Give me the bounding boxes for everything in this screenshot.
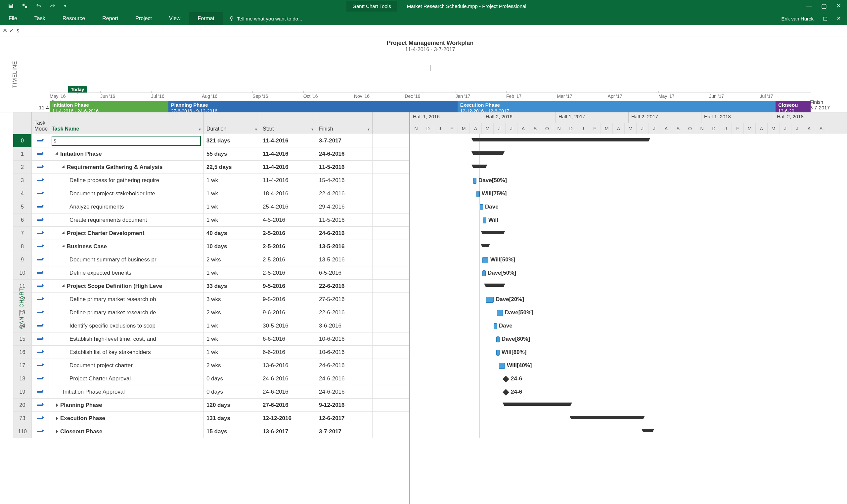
cancel-entry-icon[interactable]: ✕ (3, 27, 7, 34)
task-bar[interactable] (482, 270, 486, 276)
finish-cell[interactable]: 3-7-2017 (316, 134, 373, 147)
start-cell[interactable]: 4-5-2016 (260, 214, 316, 227)
table-row[interactable]: 2Requirements Gathering & Analysis22,5 d… (13, 161, 409, 174)
row-index[interactable]: 18 (13, 372, 32, 385)
dur-cell[interactable]: 15 days (204, 425, 260, 438)
table-row[interactable]: 8Business Case10 days2-5-201613-5-2016 (13, 240, 409, 253)
summary-bar[interactable] (643, 429, 653, 432)
row-index[interactable]: 3 (13, 174, 32, 187)
table-row[interactable]: 9Document summary of business pr2 wks2-5… (13, 253, 409, 266)
chevron-down-icon[interactable]: ▼ (44, 128, 47, 131)
redo-icon[interactable] (50, 3, 56, 9)
tab-task[interactable]: Task (26, 12, 54, 25)
dur-cell[interactable]: 1 wk (204, 266, 260, 279)
finish-cell[interactable]: 13-5-2016 (316, 240, 373, 253)
task-bar[interactable] (496, 337, 500, 342)
dur-cell[interactable]: 1 wk (204, 174, 260, 187)
chevron-down-icon[interactable]: ▼ (198, 128, 202, 131)
task-bar[interactable] (497, 310, 503, 316)
row-index[interactable]: 16 (13, 346, 32, 359)
task-name-cell[interactable]: Define primary market research de (49, 306, 204, 319)
start-cell[interactable]: 9-5-2016 (260, 280, 316, 292)
summary-bar[interactable] (473, 165, 486, 168)
task-mode-cell[interactable] (32, 187, 49, 200)
row-index[interactable]: 17 (13, 359, 32, 372)
collapse-icon[interactable] (62, 245, 66, 248)
finish-cell[interactable]: 24-6-2016 (316, 147, 373, 160)
row-index[interactable]: 73 (13, 412, 32, 425)
start-cell[interactable]: 2-5-2016 (260, 266, 316, 279)
summary-bar[interactable] (482, 231, 504, 234)
task-name-cell[interactable]: Define primary market research ob (49, 293, 204, 306)
finish-cell[interactable]: 10-6-2016 (316, 346, 373, 359)
close-icon[interactable]: ✕ (836, 2, 841, 10)
summary-bar[interactable] (486, 284, 504, 287)
start-cell[interactable]: 11-4-2016 (260, 174, 316, 187)
summary-bar[interactable] (473, 138, 649, 141)
start-cell[interactable]: 24-6-2016 (260, 372, 316, 385)
task-bar[interactable] (494, 323, 497, 329)
task-mode-cell[interactable] (32, 214, 49, 227)
table-row[interactable]: 20Planning Phase120 days27-6-20169-12-20… (13, 399, 409, 412)
row-index[interactable]: 4 (13, 187, 32, 200)
task-name-cell[interactable]: Create requirements document (49, 214, 204, 227)
finish-cell[interactable]: 13-5-2016 (316, 253, 373, 266)
task-mode-cell[interactable] (32, 134, 49, 147)
milestone-icon[interactable] (503, 376, 509, 382)
task-name-cell[interactable]: Project Scope Definition (High Leve (49, 280, 204, 292)
row-index[interactable]: 5 (13, 200, 32, 213)
task-name-cell[interactable]: Execution Phase (49, 412, 204, 425)
close-document-icon[interactable]: ✕ (837, 16, 841, 21)
finish-cell[interactable]: 24-6-2016 (316, 359, 373, 372)
gantt-chart[interactable]: Half 1, 2016Half 2, 2016Half 1, 2017Half… (410, 112, 847, 504)
collapse-icon[interactable] (55, 152, 59, 156)
col-task-name[interactable]: Task Name▼ (49, 112, 204, 134)
finish-cell[interactable]: 6-5-2016 (316, 266, 373, 279)
task-bar[interactable] (499, 363, 505, 369)
dur-cell[interactable]: 3 wks (204, 293, 260, 306)
save-icon[interactable] (8, 3, 14, 9)
chevron-down-icon[interactable]: ▼ (311, 128, 314, 131)
table-row[interactable]: 10Define expected benefits1 wk2-5-20166-… (13, 266, 409, 280)
start-cell[interactable]: 2-5-2016 (260, 240, 316, 253)
task-mode-cell[interactable] (32, 200, 49, 213)
summary-bar[interactable] (482, 244, 488, 247)
task-mode-cell[interactable] (32, 332, 49, 345)
start-cell[interactable]: 9-6-2016 (260, 306, 316, 319)
start-cell[interactable]: 25-4-2016 (260, 200, 316, 213)
task-mode-cell[interactable] (32, 359, 49, 372)
dur-cell[interactable]: 1 wk (204, 332, 260, 345)
dur-cell[interactable]: 2 wks (204, 306, 260, 319)
chevron-down-icon[interactable]: ▼ (367, 128, 370, 131)
table-row[interactable]: 3Define process for gathering require1 w… (13, 174, 409, 187)
start-cell[interactable]: 6-6-2016 (260, 346, 316, 359)
dur-cell[interactable]: 22,5 days (204, 161, 260, 174)
row-index[interactable]: 110 (13, 425, 32, 438)
task-name-cell[interactable]: Requirements Gathering & Analysis (49, 161, 204, 174)
start-cell[interactable]: 30-5-2016 (260, 319, 316, 332)
finish-cell[interactable]: 24-6-2016 (316, 227, 373, 240)
task-mode-cell[interactable] (32, 266, 49, 279)
task-name-cell[interactable]: Closeout Phase (49, 425, 204, 438)
start-cell[interactable]: 9-5-2016 (260, 293, 316, 306)
table-row[interactable]: 18Project Charter Approval0 days24-6-201… (13, 372, 409, 385)
task-mode-cell[interactable] (32, 306, 49, 319)
row-index[interactable]: 9 (13, 253, 32, 266)
task-mode-cell[interactable] (32, 280, 49, 292)
summary-bar[interactable] (504, 402, 570, 406)
table-row[interactable]: 4Document project-stakeholder inte1 wk18… (13, 187, 409, 200)
finish-cell[interactable]: 22-6-2016 (316, 306, 373, 319)
task-name-cell[interactable]: Establish list of key stakeholders (49, 346, 204, 359)
dur-cell[interactable]: 1 wk (204, 319, 260, 332)
row-index[interactable]: 7 (13, 227, 32, 240)
table-row[interactable]: 11Project Scope Definition (High Leve33 … (13, 280, 409, 293)
dur-cell[interactable]: 0 days (204, 372, 260, 385)
task-name-cell[interactable]: Document project charter (49, 359, 204, 372)
finish-cell[interactable]: 22-6-2016 (316, 280, 373, 292)
milestone-icon[interactable] (503, 389, 509, 396)
user-name[interactable]: Erik van Hurck (781, 16, 814, 21)
tab-format[interactable]: Format (189, 12, 223, 25)
task-mode-cell[interactable] (32, 161, 49, 174)
col-duration[interactable]: Duration▼ (204, 112, 260, 134)
finish-cell[interactable]: 12-6-2017 (316, 412, 373, 425)
